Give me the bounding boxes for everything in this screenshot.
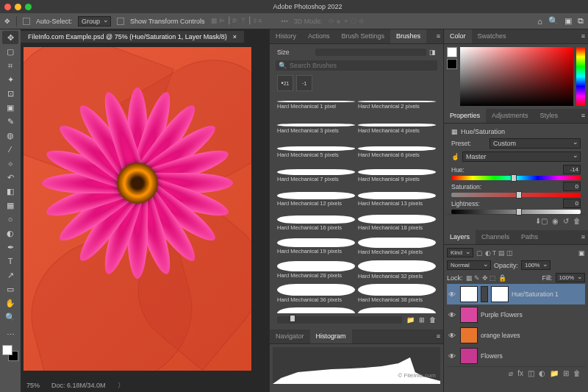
delete-brush-icon[interactable]: 🗑: [429, 316, 436, 324]
brush-item[interactable]: Hard Mechanical 6 pixels: [356, 141, 437, 165]
finger-icon[interactable]: ☝: [451, 153, 459, 160]
blur-tool[interactable]: ○: [2, 213, 18, 226]
home-icon[interactable]: ⌂: [537, 17, 542, 26]
brush-item[interactable]: Hard Mechanical 19 pixels: [276, 235, 356, 259]
blend-mode-dropdown[interactable]: Normal: [447, 260, 491, 270]
brush-tile-1[interactable]: •21: [277, 75, 293, 91]
shape-tool[interactable]: ▭: [2, 282, 18, 296]
pen-tool[interactable]: ✒: [2, 240, 18, 254]
tab-adjustments[interactable]: Adjustments: [486, 109, 534, 123]
group-icon[interactable]: 📁: [550, 369, 559, 377]
brush-item[interactable]: Hard Mechanical 12 pixels: [276, 188, 356, 212]
visibility-icon[interactable]: 👁: [448, 352, 457, 360]
layer-row[interactable]: 👁orange leaves: [447, 325, 585, 346]
doc-size[interactable]: Doc: 6.18M/34.0M: [51, 382, 106, 389]
history-brush-tool[interactable]: ↶: [2, 171, 18, 184]
search-icon[interactable]: 🔍: [548, 16, 559, 26]
opacity-dropdown[interactable]: 100%: [521, 260, 551, 270]
brush-search-input[interactable]: [290, 62, 434, 69]
transform-controls-checkbox[interactable]: [117, 18, 124, 25]
brush-item[interactable]: Hard Mechanical 1 pixel: [276, 94, 356, 118]
tab-layers[interactable]: Layers: [444, 230, 476, 244]
eyedropper-tool[interactable]: ✎: [2, 115, 18, 128]
lightness-slider[interactable]: [451, 210, 581, 214]
brush-item[interactable]: Hard Mechanical 9 pixels: [356, 165, 437, 188]
type-tool[interactable]: T: [2, 254, 18, 268]
gradient-tool[interactable]: ▦: [2, 199, 18, 212]
close-tab-icon[interactable]: ×: [233, 33, 237, 40]
dodge-tool[interactable]: ◐: [2, 227, 18, 240]
brush-item[interactable]: Hard Mechanical 3 pixels: [276, 118, 356, 141]
brush-item[interactable]: Hard Mechanical 13 pixels: [356, 188, 437, 212]
clip-icon[interactable]: ⬇▢: [535, 217, 548, 225]
brush-item[interactable]: Hard Mechanical 28 pixels: [276, 259, 356, 282]
delete-layer-icon[interactable]: 🗑: [573, 369, 581, 377]
brush-tool[interactable]: ⁄: [2, 143, 18, 156]
panel-menu-icon[interactable]: ≡: [434, 329, 443, 343]
adjustment-layer-icon[interactable]: ◐: [539, 369, 545, 377]
visibility-icon[interactable]: 👁: [448, 311, 457, 319]
channel-dropdown[interactable]: Master: [462, 152, 581, 162]
frame-tool[interactable]: ▣: [2, 101, 18, 114]
visibility-icon[interactable]: 👁: [448, 332, 457, 340]
brush-item[interactable]: Hard Mechanical 16 pixels: [276, 212, 356, 235]
stamp-tool[interactable]: ⟐: [2, 157, 18, 170]
tab-history[interactable]: History: [270, 29, 302, 43]
fill-dropdown[interactable]: 100%: [556, 273, 585, 282]
saturation-value[interactable]: 0: [563, 182, 581, 191]
marquee-tool[interactable]: ▢: [2, 45, 18, 58]
panel-menu-icon[interactable]: ≡: [578, 109, 588, 123]
tab-brush-settings[interactable]: Brush Settings: [336, 29, 391, 43]
auto-select-mode-dropdown[interactable]: Group: [78, 16, 111, 26]
hue-value[interactable]: -14: [563, 165, 581, 174]
view-previous-icon[interactable]: ◉: [552, 217, 559, 225]
tab-channels[interactable]: Channels: [476, 230, 515, 244]
wand-tool[interactable]: ✦: [2, 73, 18, 86]
layer-row[interactable]: 👁Flowers: [447, 346, 585, 366]
tab-swatches[interactable]: Swatches: [472, 29, 512, 43]
brush-item[interactable]: Hard Mechanical 24 pixels: [356, 235, 437, 259]
workspace-icon[interactable]: ▣: [564, 16, 572, 26]
hue-strip[interactable]: [576, 47, 585, 106]
brush-scroll[interactable]: [277, 316, 402, 324]
window-minimize-button[interactable]: [15, 4, 21, 10]
lightness-value[interactable]: 0: [563, 199, 581, 208]
brush-item[interactable]: Hard Mechanical 38 pixels: [356, 282, 437, 306]
foreground-color[interactable]: [2, 345, 12, 355]
brush-item[interactable]: Hard Mechanical 48 pixels: [276, 306, 356, 313]
window-maximize-button[interactable]: [25, 4, 32, 10]
filter-toggle[interactable]: ▣: [578, 249, 585, 257]
new-brush-icon[interactable]: ⊞: [419, 316, 425, 324]
document-tab[interactable]: FileInfo.com Example.psd @ 75% (Hue/Satu…: [21, 31, 244, 43]
link-layers-icon[interactable]: ⌀: [509, 369, 513, 377]
path-tool[interactable]: ↗: [2, 268, 18, 282]
tab-paths[interactable]: Paths: [515, 230, 544, 244]
tab-histogram[interactable]: Histogram: [310, 329, 352, 343]
fg-swatch[interactable]: [447, 47, 457, 57]
zoom-tool[interactable]: 🔍: [2, 310, 18, 324]
tab-navigator[interactable]: Navigator: [270, 329, 310, 343]
layer-mask-icon[interactable]: ◫: [528, 369, 534, 377]
zoom-level[interactable]: 75%: [26, 382, 40, 389]
delete-icon[interactable]: 🗑: [573, 217, 581, 225]
brush-preview-icon[interactable]: ◨: [429, 49, 436, 56]
folder-icon[interactable]: 📁: [406, 316, 415, 324]
brush-item[interactable]: Hard Mechanical 5 pixels: [276, 141, 356, 165]
color-field[interactable]: [460, 47, 573, 106]
brush-item[interactable]: Hard Mechanical 36 pixels: [276, 282, 356, 306]
eraser-tool[interactable]: ◧: [2, 185, 18, 198]
tab-properties[interactable]: Properties: [444, 109, 486, 123]
move-tool[interactable]: ✥: [2, 31, 18, 44]
tab-actions[interactable]: Actions: [302, 29, 336, 43]
brush-item[interactable]: Hard Mechanical 4 pixels: [356, 118, 437, 141]
brush-item[interactable]: Hard Mechanical 7 pixels: [276, 165, 356, 188]
tab-color[interactable]: Color: [444, 29, 472, 43]
brush-item[interactable]: Hard Mechanical 32 pixels: [356, 259, 437, 282]
panel-menu-icon[interactable]: ≡: [578, 29, 588, 43]
panel-menu-icon[interactable]: ≡: [434, 29, 443, 43]
reset-icon[interactable]: ↺: [563, 217, 569, 225]
share-icon[interactable]: ⧉: [578, 16, 584, 26]
tab-brushes[interactable]: Brushes: [390, 29, 426, 43]
hue-slider[interactable]: [451, 176, 581, 180]
tab-styles[interactable]: Styles: [534, 109, 564, 123]
